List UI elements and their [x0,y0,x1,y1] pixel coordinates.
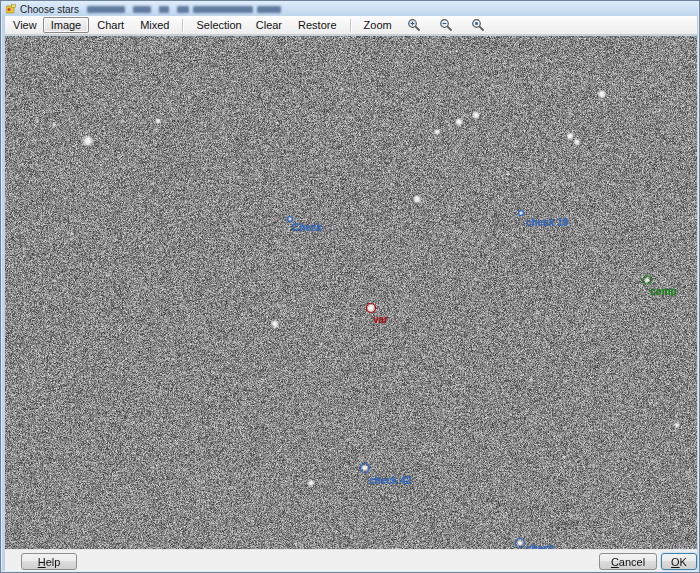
image-view-button[interactable]: Image [43,17,90,33]
help-button[interactable]: Help [21,553,77,570]
star-label-check[interactable]: Check [292,222,322,233]
star-label-check-42[interactable]: check 42 [369,475,411,486]
cancel-button[interactable]: Cancel [599,553,657,570]
starfield-canvas[interactable] [5,36,697,549]
zoom-out-icon [439,18,453,32]
title-bar: Choose stars [2,2,698,16]
window-title: Choose stars [20,4,79,15]
starfield-image-area: Checkcheck 19varcompcheck 42check [5,36,697,549]
toolbar-separator [350,19,351,32]
toolbar-separator [182,19,183,32]
toolbar: View Image Chart Mixed Selection Clear R… [5,16,697,35]
star-label-var[interactable]: var [373,314,388,325]
chart-view-button[interactable]: Chart [89,17,132,33]
zoom-out-button[interactable] [433,17,459,33]
redacted-title-text [159,6,169,13]
choose-stars-window: Choose stars View Image Chart Mixed Sele… [0,0,700,573]
redacted-title-text [257,6,281,13]
dialog-footer: Help Cancel OK [5,549,697,571]
zoom-group-label: Zoom [356,19,398,31]
redacted-title-text [193,6,253,13]
mixed-view-button[interactable]: Mixed [132,17,177,33]
restore-selection-button[interactable]: Restore [290,17,345,33]
zoom-in-icon [407,18,421,32]
zoom-original-button[interactable] [465,17,491,33]
zoom-original-icon [471,18,485,32]
star-label-comp[interactable]: comp [650,286,677,297]
redacted-title-text [133,6,151,13]
redacted-title-text [87,6,125,13]
ok-button[interactable]: OK [661,553,697,570]
view-group-label: View [5,19,43,31]
clear-selection-button[interactable]: Clear [248,17,290,33]
zoom-in-button[interactable] [401,17,427,33]
selection-group-label: Selection [188,19,247,31]
star-label-check-19[interactable]: check 19 [526,217,568,228]
app-icon [6,4,16,14]
redacted-title-text [177,6,189,13]
